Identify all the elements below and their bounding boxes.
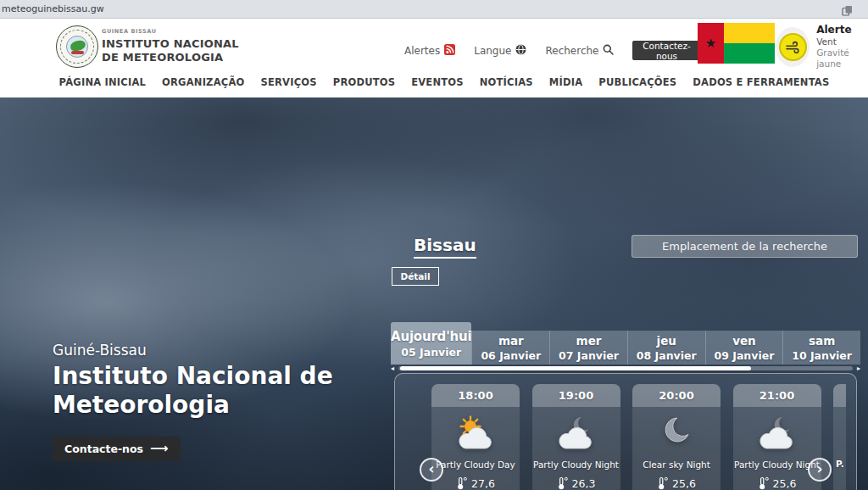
right-arrow-icon: ⟶ [150,443,169,455]
partly-cloudy-day-icon [453,411,498,455]
tab-date-label: 10 Janvier [792,349,852,362]
scroll-left-icon[interactable]: ◂ [391,365,394,373]
thermometer-icon [557,476,568,490]
card-condition: Partly Cloudy Night [734,459,820,470]
nav-item[interactable]: PÁGINA INICIAL [59,76,146,88]
tab-day-label: mer [576,334,602,348]
guinea-bissau-flag-icon: ★ [698,23,775,64]
forecast-day-tab[interactable]: ven 09 Janvier [705,331,783,365]
recherche-label: Recherche [545,45,598,57]
nav-item[interactable]: SERVIÇOS [260,76,316,88]
card-time: 18:00 [431,384,520,407]
nav-item-label: NOTÍCIAS [480,76,533,88]
contactez-nous-button[interactable]: Contactez-nous [632,41,700,60]
wind-alert-icon[interactable] [779,33,807,61]
nav-item-label: PRODUTOS [333,76,395,88]
main-navigation: PÁGINA INICIAL ORGANIZAÇÃO SERVIÇOS PROD… [10,76,868,88]
logo-emblem-icon [56,25,98,68]
nav-item[interactable]: PUBLICAÇÕES [598,76,676,88]
tab-day-label: mar [498,334,524,348]
hero-section: Bissau Détail Guiné-Bissau Instituto Nac… [0,97,868,490]
nav-item[interactable]: DADOS E FERRAMENTAS [693,76,829,88]
alert-type: Vent [816,36,868,47]
card-condition: Clear sky Night [643,459,710,470]
tab-day-label: sam [809,334,835,348]
hourly-forecast-panel: 18:00 Partly Cloudy Day 27,6 24,5 [394,373,857,490]
contacte-nos-button[interactable]: Contacte-nos ⟶ [53,437,181,461]
card-condition: Partly Cloudy Day [436,459,515,470]
city-name-link[interactable]: Bissau [414,235,476,259]
partial-card-label: P. [836,459,844,469]
forecast-day-tab[interactable]: jeu 08 Janvier [627,331,705,365]
rss-icon [444,44,455,58]
forecast-day-tab[interactable]: mar 06 Janvier [471,331,549,365]
partly-cloudy-night-icon [554,411,599,455]
carousel-prev-button[interactable]: ‹ [420,458,443,482]
globe-icon [515,44,526,58]
forecast-day-tabs: Aujourd'hui 05 Janvier mar 06 Janvier me… [391,322,860,365]
alert-title: Alerte [816,24,868,36]
langue-label: Langue [474,45,511,57]
logo-text: GUINEA BISSAU INSTITUTO NACIONAL DE METE… [102,28,239,65]
temp-max-value: 26,3 [572,477,596,490]
hero-title: Instituto Nacional de Meteorologia [53,362,351,420]
nav-item-label: DADOS E FERRAMENTAS [693,76,829,88]
tab-date-label: 08 Janvier [637,349,697,362]
temp-max-row: 26,3 [557,476,596,490]
thermometer-icon [758,476,769,490]
tabs-scrollbar: ◂ ▸ [391,365,860,372]
temp-max-value: 25,6 [672,477,696,490]
search-icon [603,44,614,58]
nav-item[interactable]: NOTÍCIAS [480,76,533,88]
forecast-day-tab[interactable]: Aujourd'hui 05 Janvier [391,322,471,365]
page-root: meteoguinebissau.gw GUINEA BISSAU INSTIT… [0,0,868,490]
location-search-input[interactable] [632,235,858,258]
browser-url: meteoguinebissau.gw [0,3,104,14]
pages-icon[interactable] [842,3,853,19]
thermometer-icon [657,476,668,490]
weather-alert: Alerte Vent Gravité jaune [776,24,868,70]
forecast-day-tab[interactable]: sam 10 Janvier [782,331,860,365]
nav-item-label: ORGANIZAÇÃO [162,76,244,88]
carousel-next-button[interactable]: › [808,458,832,482]
logo-country-label: GUINEA BISSAU [102,28,239,35]
langue-link[interactable]: Langue [474,44,526,58]
card-condition: Partly Cloudy Night [533,459,619,470]
logo-name-line1: INSTITUTO NACIONAL [102,37,239,51]
forecast-day-tab[interactable]: mer 07 Janvier [549,331,627,365]
detail-button[interactable]: Détail [392,267,439,286]
tab-day-label: jeu [657,334,676,348]
temp-max-value: 25,6 [773,477,797,490]
tab-date-label: 06 Janvier [481,349,541,362]
hourly-forecast-card: 19:00 Partly Cloudy Night 26,3 23, [532,384,620,490]
hourly-forecast-card-partial: P. [833,384,846,490]
card-time: 21:00 [733,384,821,407]
tab-day-label: ven [732,334,756,348]
flag-star: ★ [705,37,716,50]
temp-max-row: 27,6 [456,476,495,490]
thermometer-icon [456,476,467,490]
scroll-right-icon[interactable]: ▸ [857,365,860,373]
browser-title-bar: meteoguinebissau.gw [0,0,868,19]
hourly-forecast-card: 21:00 Partly Cloudy Night 25,6 23, [733,384,821,490]
card-time: 19:00 [532,384,620,407]
nav-item[interactable]: ORGANIZAÇÃO [162,76,244,88]
alertes-link[interactable]: Alertes [404,44,455,58]
scrollbar-track[interactable] [398,366,853,370]
scrollbar-thumb[interactable] [400,366,751,370]
recherche-link[interactable]: Recherche [545,44,614,58]
alertes-label: Alertes [404,45,440,57]
temp-max-value: 27,6 [471,477,495,490]
nav-item[interactable]: PRODUTOS [333,76,395,88]
nav-item[interactable]: MÍDIA [549,76,582,88]
nav-item[interactable]: EVENTOS [411,76,464,88]
tab-date-label: 09 Janvier [715,349,775,362]
nav-item-label: SERVIÇOS [260,76,316,88]
contacte-nos-label: Contacte-nos [64,443,143,455]
nav-item-label: PUBLICAÇÕES [598,76,676,88]
nav-item-label: EVENTOS [411,76,464,88]
partly-cloudy-night-icon [754,411,800,455]
temp-max-row: 25,6 [758,476,797,490]
inm-logo[interactable] [56,25,98,68]
nav-item-label: MÍDIA [549,76,582,88]
